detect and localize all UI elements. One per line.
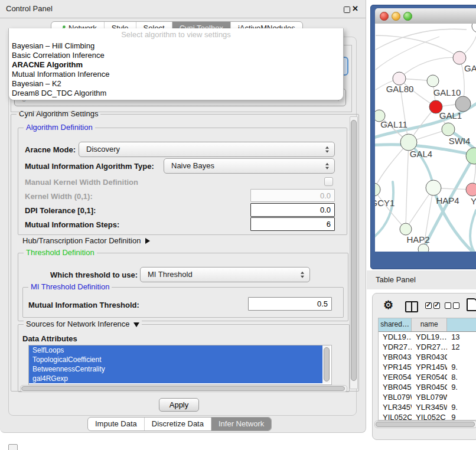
- table-row[interactable]: YBR043CYBR043C: [379, 352, 476, 362]
- node-label: Y: [471, 196, 476, 206]
- table-row[interactable]: YLR345WYLR345W9.: [379, 402, 476, 412]
- network-canvas[interactable]: GALGAL80GAL10GAL1SWI4GAL11GAL4GCY1HAP4YH…: [375, 24, 476, 252]
- table-cell: YPR145W: [379, 362, 412, 372]
- network-node[interactable]: [375, 183, 380, 196]
- mi-steps-label: Mutual Information Steps:: [25, 220, 119, 229]
- table-cell: YBL079W: [412, 392, 447, 402]
- algorithm-dropdown-popup: Select algorithm to view settings Bayesi…: [8, 28, 344, 100]
- deselect-all-icon[interactable]: [445, 302, 451, 309]
- network-node[interactable]: [453, 51, 466, 64]
- node-label: GAL11: [380, 119, 407, 129]
- network-node[interactable]: [455, 96, 471, 112]
- scrollbar-thumb[interactable]: [21, 386, 345, 391]
- mi-threshold-field[interactable]: [248, 297, 332, 311]
- table-cell: YLR345W: [379, 402, 412, 412]
- which-threshold-combobox[interactable]: MI Threshold: [140, 267, 310, 282]
- settings-gear-icon[interactable]: ⚙: [383, 298, 393, 312]
- zoom-traffic-light[interactable]: [403, 12, 412, 21]
- dpi-tolerance-field[interactable]: [250, 203, 335, 217]
- network-node[interactable]: [418, 244, 429, 252]
- aracne-mode-label: Aracne Mode:: [25, 145, 76, 154]
- network-node[interactable]: [393, 72, 406, 85]
- table-row[interactable]: YPR145WYPR145W9.: [379, 362, 476, 372]
- network-node[interactable]: [426, 180, 441, 195]
- table-row[interactable]: YDL19…YDL19…13: [379, 332, 476, 342]
- algorithm-option[interactable]: Basic Correlation Inference: [9, 51, 343, 60]
- select-all-icon[interactable]: [425, 302, 432, 309]
- algorithm-option[interactable]: Bayesian – K2: [9, 79, 343, 89]
- scrollbar-thumb[interactable]: [376, 422, 475, 427]
- apply-button[interactable]: Apply: [159, 398, 199, 412]
- table-row[interactable]: YDR27…YDR27…12: [379, 342, 476, 352]
- kernel-width-field[interactable]: [250, 189, 335, 202]
- table-cell: 9: [447, 412, 476, 420]
- sources-horizontal-scrollbar[interactable]: [20, 385, 347, 392]
- mi-algorithm-type-combobox[interactable]: Naive Bayes: [164, 158, 335, 174]
- table-row[interactable]: YBR045CYBR045C9.: [379, 382, 476, 392]
- settings-vertical-scrollbar[interactable]: [350, 116, 358, 389]
- network-window-titlebar[interactable]: [375, 8, 476, 24]
- column-header[interactable]: [447, 318, 476, 331]
- table-cell: 9.: [447, 402, 476, 412]
- node-label: GAL: [464, 63, 476, 73]
- collapsed-panel-icon[interactable]: [8, 444, 18, 450]
- function-builder-icon[interactable]: [467, 298, 476, 311]
- table-row[interactable]: YIL052CYIL052C9: [379, 412, 476, 420]
- threshold-definition-label: Threshold Definition: [24, 248, 97, 257]
- hub-definition-toggle[interactable]: Hub/Transcription Factor Definition: [22, 236, 150, 245]
- algorithm-option[interactable]: Mutual Information Inference: [9, 70, 343, 79]
- data-attribute-option[interactable]: gal4RGexp: [29, 374, 322, 383]
- float-window-icon[interactable]: [344, 6, 350, 13]
- table-cell: YIL052C: [379, 412, 412, 420]
- data-attribute-option[interactable]: TopologicalCoefficient: [29, 355, 322, 364]
- node-label: GAL10: [433, 87, 461, 97]
- column-header[interactable]: name: [412, 318, 447, 331]
- data-attributes-list: SelfLoopsTopologicalCoefficientBetweenne…: [28, 345, 332, 385]
- select-all-icon-2: [433, 302, 440, 309]
- kernel-width-label: Kernel Width (0,1):: [25, 192, 93, 201]
- data-attribute-option[interactable]: SelfLoops: [29, 345, 322, 355]
- network-node[interactable]: [400, 134, 417, 151]
- tab-discretize-data[interactable]: Discretize Data: [145, 418, 211, 431]
- network-node[interactable]: [442, 123, 455, 136]
- node-label: HAP4: [436, 195, 459, 206]
- manual-kernel-checkbox[interactable]: [324, 177, 333, 186]
- stepper-icon: [325, 146, 329, 153]
- algorithm-option[interactable]: Dream8 DC_TDC Algorithm: [9, 89, 343, 98]
- network-node[interactable]: [427, 75, 439, 87]
- mi-steps-field[interactable]: [250, 217, 335, 231]
- deselect-all-icon-2: [453, 302, 459, 309]
- scrollbar-thumb[interactable]: [351, 120, 357, 381]
- network-node[interactable]: [400, 223, 412, 235]
- stepper-icon: [325, 163, 329, 169]
- table-body: YDL19…YDL19…13YDR27…YDR27…12YBR043CYBR04…: [379, 332, 476, 420]
- table-cell: YDR27…: [412, 342, 447, 352]
- table-horizontal-scrollbar[interactable]: [374, 420, 476, 428]
- mi-threshold-label: Mutual Information Threshold:: [28, 301, 139, 309]
- network-node[interactable]: [472, 24, 476, 32]
- table-row[interactable]: YER054CYER054C8.: [379, 372, 476, 382]
- scrollbar-thumb[interactable]: [324, 347, 330, 381]
- sources-group-label[interactable]: Sources for Network Inference: [24, 319, 142, 328]
- attributes-vertical-scrollbar[interactable]: [322, 345, 330, 383]
- table-row[interactable]: YBL079WYBL079W: [379, 392, 476, 402]
- data-attribute-option[interactable]: BetweennessCentrality: [29, 364, 322, 374]
- table-cell: YBR043C: [412, 352, 447, 362]
- network-node[interactable]: [466, 148, 476, 164]
- algorithm-option[interactable]: Bayesian – Hill Climbing: [9, 41, 343, 51]
- close-icon[interactable]: ✕: [352, 4, 358, 13]
- split-columns-icon[interactable]: [405, 301, 418, 312]
- table-cell: YBR045C: [412, 382, 447, 392]
- algorithm-option[interactable]: ARACNE Algorithm: [9, 60, 343, 70]
- network-node[interactable]: [466, 183, 476, 196]
- tab-impute-data[interactable]: Impute Data: [88, 418, 145, 431]
- minimize-traffic-light[interactable]: [392, 12, 400, 21]
- aracne-mode-combobox[interactable]: Discovery: [79, 142, 335, 157]
- tab-infer-network[interactable]: Infer Network: [211, 418, 271, 431]
- column-header[interactable]: shared…: [379, 318, 412, 331]
- close-traffic-light[interactable]: [380, 12, 389, 21]
- node-label: GAL1: [439, 110, 462, 120]
- table-cell: YDL19…: [412, 332, 447, 342]
- control-panel-window: Control Panel ✕ Network Style Select Cyn…: [0, 0, 366, 433]
- bottom-tab-bar: Impute Data Discretize Data Infer Networ…: [87, 417, 272, 431]
